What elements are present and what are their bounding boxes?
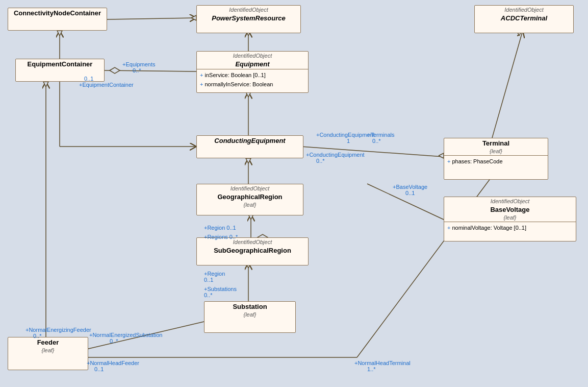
power-system-resource-title: IdentifiedObject bbox=[197, 6, 300, 13]
geographical-region-constraint: {leaf} bbox=[197, 202, 303, 209]
terminals-mult: 0..* bbox=[372, 138, 381, 144]
geographical-region-name: GeographicalRegion bbox=[197, 192, 303, 202]
region-mult2: 0..1 bbox=[204, 277, 213, 283]
svg-line-11 bbox=[492, 31, 523, 138]
terminal-constraint: {leaf} bbox=[444, 148, 548, 155]
substation-constraint: {leaf} bbox=[204, 311, 295, 319]
base-voltage-title: IdentifiedObject bbox=[444, 197, 576, 205]
terminals-label: +Terminals bbox=[367, 132, 395, 138]
equipment-container-name: EquipmentContainer bbox=[16, 59, 104, 69]
feeder-constraint: {leaf} bbox=[8, 347, 88, 354]
power-system-resource-name: PowerSystemResource bbox=[197, 13, 300, 23]
base-voltage-label: +BaseVoltage bbox=[393, 184, 427, 190]
sub-geographical-region-box: IdentifiedObject SubGeographicalRegion bbox=[196, 237, 309, 265]
svg-line-2 bbox=[105, 70, 196, 71]
base-voltage-box: IdentifiedObject BaseVoltage {leaf} + no… bbox=[444, 197, 576, 241]
geographical-region-box: IdentifiedObject GeographicalRegion {lea… bbox=[196, 184, 303, 215]
substation-name: Substation bbox=[204, 302, 295, 311]
normal-energizing-feeder: +NormalEnergizingFeeder bbox=[25, 327, 91, 333]
terminal-name: Terminal bbox=[444, 138, 548, 148]
normal-head-feeder-mult: 0..1 bbox=[94, 366, 104, 372]
conducting-equipment-box: ConductingEquipment bbox=[196, 135, 303, 158]
substations-mult: 0..* bbox=[204, 292, 213, 298]
normal-head-terminal-mult: 1..* bbox=[367, 366, 376, 372]
connectivity-node-container-name: ConnectivityNodeContainer bbox=[8, 8, 107, 18]
normal-energized-substation-mult: 0..* bbox=[110, 338, 118, 344]
terminal-attrs: + phases: PhaseCode bbox=[444, 155, 548, 168]
terminal-box: Terminal {leaf} + phases: PhaseCode bbox=[444, 138, 548, 180]
equipment-attrs: + inService: Boolean [0..1] + normallyIn… bbox=[197, 69, 308, 90]
normal-head-terminal: +NormalHeadTerminal bbox=[354, 360, 411, 366]
normal-head-feeder: +NormalHeadFeeder bbox=[87, 360, 139, 366]
substations-label: +Substations bbox=[204, 286, 237, 292]
substation-box: Substation {leaf} bbox=[204, 301, 296, 333]
conducting-equipment-name: ConductingEquipment bbox=[197, 136, 303, 146]
equipment-box: IdentifiedObject Equipment + inService: … bbox=[196, 51, 309, 93]
normal-energized-substation: +NormalEnergizedSubstation bbox=[89, 332, 162, 338]
equipments-mult: 0..* bbox=[133, 67, 141, 74]
region-label2: +Region bbox=[204, 271, 225, 277]
normal-energizing-feeder-mult: 0..* bbox=[33, 333, 42, 339]
sub-geographical-region-name: SubGeographicalRegion bbox=[197, 246, 308, 255]
base-voltage-name: BaseVoltage bbox=[444, 205, 576, 214]
equipment-container-mult: 0..1 bbox=[84, 76, 93, 82]
conducting-equipment-mult2: 0..* bbox=[316, 158, 325, 164]
equipment-title: IdentifiedObject bbox=[197, 52, 308, 59]
feeder-box: Feeder {leaf} bbox=[8, 337, 88, 370]
acdc-terminal-box: IdentifiedObject ACDCTerminal bbox=[474, 5, 574, 33]
regions-label: +Regions 0..* bbox=[204, 234, 238, 240]
conducting-equipment-mult1: 1 bbox=[347, 138, 350, 144]
svg-line-0 bbox=[107, 18, 196, 19]
base-voltage-constraint: {leaf} bbox=[444, 214, 576, 222]
equipment-container-assoc: +EquipmentContainer bbox=[79, 82, 134, 88]
region-label1: +Region 0..1 bbox=[204, 225, 236, 231]
geographical-region-title: IdentifiedObject bbox=[197, 184, 303, 192]
acdc-terminal-name: ACDCTerminal bbox=[475, 13, 573, 23]
diagram-container: ConnectivityNodeContainer IdentifiedObje… bbox=[0, 0, 588, 387]
base-voltage-mult: 0..1 bbox=[405, 190, 415, 196]
conducting-equipment-assoc1: +ConductingEquipment bbox=[316, 132, 375, 138]
conducting-equipment-assoc2: +ConductingEquipment bbox=[306, 152, 365, 158]
feeder-name: Feeder bbox=[8, 337, 88, 347]
equipments-label: +Equipments bbox=[122, 61, 156, 67]
acdc-terminal-title: IdentifiedObject bbox=[475, 6, 573, 13]
equipment-name: Equipment bbox=[197, 59, 308, 69]
power-system-resource-box: IdentifiedObject PowerSystemResource bbox=[196, 5, 301, 33]
base-voltage-attrs: + nominalVoltage: Voltage [0..1] bbox=[444, 222, 576, 234]
connectivity-node-container-box: ConnectivityNodeContainer bbox=[8, 8, 107, 31]
svg-marker-18 bbox=[110, 67, 120, 74]
